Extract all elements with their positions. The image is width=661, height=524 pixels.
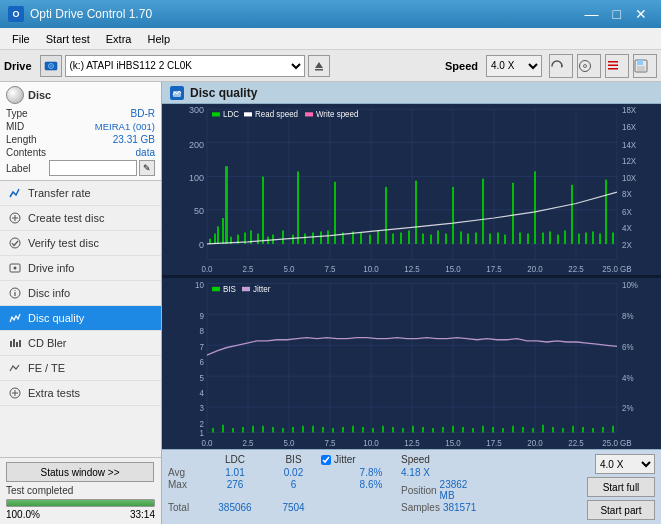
svg-rect-195 [342, 427, 344, 433]
menu-help[interactable]: Help [139, 31, 178, 47]
svg-rect-134 [244, 112, 252, 116]
svg-rect-209 [482, 426, 484, 433]
menu-extra[interactable]: Extra [98, 31, 140, 47]
nav-item-extra-tests[interactable]: Extra tests [0, 381, 161, 406]
stats-samples-label: Samples [401, 502, 440, 513]
nav-label-cd-bler: CD Bler [28, 337, 67, 349]
svg-rect-104 [415, 181, 417, 244]
svg-rect-223 [212, 287, 220, 291]
nav-item-fe-te[interactable]: FE / TE [0, 356, 161, 381]
stats-position-label: Position [401, 485, 437, 496]
toolbar-disc-button[interactable] [577, 54, 601, 78]
svg-rect-26 [19, 340, 21, 347]
svg-text:25.0 GB: 25.0 GB [602, 437, 632, 447]
svg-text:17.5: 17.5 [486, 265, 502, 274]
svg-rect-92 [320, 231, 322, 243]
nav-item-drive-info[interactable]: Drive info [0, 256, 161, 281]
svg-text:300: 300 [189, 105, 204, 115]
nav-item-transfer-rate[interactable]: Transfer rate [0, 181, 161, 206]
svg-rect-184 [232, 428, 234, 432]
status-window-button[interactable]: Status window >> [6, 462, 154, 482]
svg-rect-108 [445, 234, 447, 244]
stats-max-label: Max [168, 479, 204, 501]
contents-value: data [136, 147, 155, 158]
svg-text:20.0: 20.0 [527, 437, 543, 447]
svg-rect-186 [252, 426, 254, 433]
status-text: Test completed [6, 485, 155, 496]
svg-rect-197 [362, 427, 364, 433]
maximize-button[interactable]: □ [607, 4, 627, 24]
drive-select[interactable]: (k:) ATAPI iHBS112 2 CL0K [65, 55, 305, 77]
svg-rect-123 [557, 235, 559, 244]
eject-button[interactable] [308, 55, 330, 77]
nav-item-verify-test-disc[interactable]: Verify test disc [0, 231, 161, 256]
svg-text:8%: 8% [622, 310, 634, 320]
disc-label-button[interactable]: ✎ [139, 160, 155, 176]
elapsed-time: 33:14 [130, 509, 155, 520]
nav-item-disc-info[interactable]: Disc info [0, 281, 161, 306]
svg-text:100: 100 [189, 173, 204, 183]
svg-text:Write speed: Write speed [316, 110, 358, 119]
svg-text:2.5: 2.5 [242, 265, 254, 274]
svg-rect-112 [475, 233, 477, 244]
svg-rect-208 [472, 428, 474, 432]
nav-label-disc-info: Disc info [28, 287, 70, 299]
svg-rect-188 [272, 427, 274, 433]
svg-rect-100 [385, 187, 387, 244]
svg-rect-98 [369, 235, 371, 244]
svg-point-19 [14, 267, 17, 270]
nav-label-transfer-rate: Transfer rate [28, 187, 91, 199]
speed-select-stats[interactable]: 4.0 X [595, 454, 655, 474]
svg-text:3: 3 [200, 403, 205, 413]
nav-item-create-test-disc[interactable]: Create test disc [0, 206, 161, 231]
jitter-checkbox[interactable] [321, 455, 331, 465]
svg-text:6X: 6X [622, 208, 632, 217]
stats-max-ldc: 276 [204, 479, 266, 501]
disc-label-input[interactable] [49, 160, 137, 176]
svg-rect-110 [460, 231, 462, 243]
disc-quality-icon [8, 311, 22, 325]
svg-text:22.5: 22.5 [568, 265, 584, 274]
nav-list: Transfer rate Create test disc Verify te… [0, 181, 161, 457]
toolbar-refresh-button[interactable] [549, 54, 573, 78]
main-toolbar: Drive (k:) ATAPI iHBS112 2 CL0K Speed 4.… [0, 50, 661, 82]
speed-select[interactable]: 4.0 X [486, 55, 542, 77]
start-full-button[interactable]: Start full [587, 477, 655, 497]
svg-text:BIS: BIS [223, 284, 236, 294]
menu-file[interactable]: File [4, 31, 38, 47]
nav-item-cd-bler[interactable]: CD Bler [0, 331, 161, 356]
nav-item-disc-quality[interactable]: Disc quality [0, 306, 161, 331]
svg-text:4: 4 [200, 388, 205, 398]
svg-rect-4 [315, 69, 323, 71]
svg-rect-25 [16, 342, 18, 347]
stats-col-bis: BIS [266, 454, 321, 465]
lower-chart: 10 9 8 7 6 5 4 3 2 1 10% 8% 6% [162, 278, 661, 449]
close-button[interactable]: ✕ [629, 4, 653, 24]
svg-rect-99 [377, 230, 379, 243]
svg-text:200: 200 [189, 139, 204, 149]
svg-rect-101 [392, 234, 394, 244]
nav-label-extra-tests: Extra tests [28, 387, 80, 399]
svg-text:Jitter: Jitter [253, 284, 270, 294]
menu-start-test[interactable]: Start test [38, 31, 98, 47]
svg-rect-103 [408, 230, 410, 243]
svg-point-17 [10, 238, 20, 248]
stats-col-speed-label: Speed [401, 454, 471, 465]
svg-text:0: 0 [199, 240, 204, 250]
svg-rect-107 [437, 230, 439, 243]
cd-bler-icon [8, 336, 22, 350]
nav-label-fe-te: FE / TE [28, 362, 65, 374]
svg-marker-3 [315, 62, 323, 68]
toolbar-save-button[interactable] [633, 54, 657, 78]
svg-rect-201 [402, 428, 404, 432]
svg-rect-118 [519, 233, 521, 244]
svg-point-2 [50, 65, 52, 67]
svg-point-22 [14, 290, 15, 291]
start-part-button[interactable]: Start part [587, 500, 655, 520]
svg-rect-75 [214, 234, 216, 244]
svg-rect-84 [262, 177, 264, 244]
toolbar-settings-button[interactable] [605, 54, 629, 78]
length-label: Length [6, 134, 37, 145]
minimize-button[interactable]: — [579, 4, 605, 24]
stats-col-empty [168, 454, 204, 465]
